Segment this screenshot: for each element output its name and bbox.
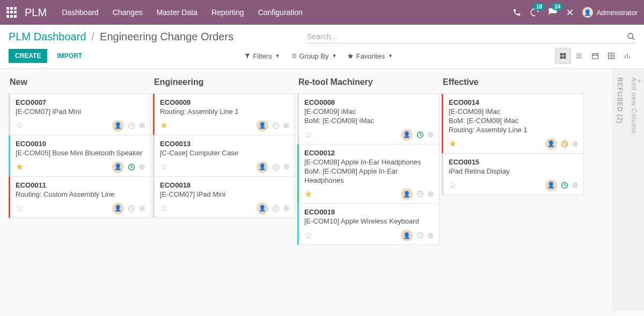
activity-clock-icon[interactable]	[272, 163, 280, 171]
assignee-avatar[interactable]: 👤	[545, 138, 557, 150]
kanban-card[interactable]: ECO0010[E-COM05] Bose Mini Bluetooth Spe…	[9, 135, 151, 177]
state-dot[interactable]	[428, 233, 434, 239]
kanban-card[interactable]: ECO0012[E-COM08] Apple In-Ear Headphones…	[297, 144, 440, 204]
activity-clock-icon[interactable]	[272, 204, 280, 213]
card-id: ECO0018	[160, 181, 289, 189]
state-dot[interactable]	[428, 191, 434, 197]
column-title[interactable]: Effective	[442, 75, 584, 94]
priority-star[interactable]: ☆	[160, 203, 168, 214]
state-dot[interactable]	[572, 182, 578, 188]
breadcrumb-root[interactable]: PLM Dashboard	[9, 31, 86, 43]
state-dot[interactable]	[283, 205, 289, 211]
view-calendar[interactable]	[587, 48, 603, 64]
kanban-card[interactable]: ECO0019[E-COM10] Apple Wireless Keyboard…	[297, 203, 440, 245]
state-dot[interactable]	[572, 141, 578, 147]
messages-icon[interactable]: 18	[530, 8, 539, 17]
svg-rect-1	[560, 53, 563, 56]
search-icon[interactable]	[627, 32, 635, 41]
create-button[interactable]: CREATE	[9, 49, 47, 63]
kanban-column: Re-tool MachineryECO0008[E-COM09] iMacBo…	[297, 75, 440, 311]
column-title[interactable]: Re-tool Machinery	[297, 75, 440, 94]
activity-clock-icon[interactable]	[416, 131, 425, 139]
kanban-card[interactable]: ECO0009Routing: Assembly Line 1 ★ 👤	[153, 94, 295, 135]
search-input[interactable]	[307, 30, 627, 43]
card-id: ECO0015	[449, 158, 578, 166]
activity-clock-icon[interactable]	[416, 190, 425, 198]
assignee-avatar[interactable]: 👤	[257, 161, 268, 173]
discuss-icon[interactable]: 24	[548, 8, 558, 17]
nav-reporting[interactable]: Reporting	[211, 8, 244, 17]
nav-changes[interactable]: Changes	[113, 8, 143, 17]
card-line: [E-COM09] iMac	[449, 107, 578, 117]
view-list[interactable]	[571, 48, 587, 64]
user-avatar-icon: 👤	[582, 7, 593, 18]
kanban-card[interactable]: ECO0011Routing: Custom Assembly Line ☆ 👤	[9, 176, 151, 218]
nav-master-data[interactable]: Master Data	[157, 8, 197, 17]
priority-star[interactable]: ☆	[16, 203, 24, 214]
favorites-menu[interactable]: Favorites▼	[347, 52, 392, 60]
kanban-card[interactable]: ECO0008[E-COM09] iMacBoM: [E-COM09] iMac…	[297, 94, 440, 145]
state-dot[interactable]	[139, 205, 145, 211]
priority-star[interactable]: ★	[160, 120, 168, 131]
card-line: [E-COM07] iPad Mini	[16, 107, 145, 117]
activity-clock-icon[interactable]	[127, 163, 136, 171]
assignee-avatar[interactable]: 👤	[112, 120, 124, 132]
kanban-card[interactable]: ECO0013[C-Case] Computer Case ☆ 👤	[153, 135, 295, 177]
activity-clock-icon[interactable]	[272, 121, 280, 130]
activity-clock-icon[interactable]	[560, 181, 569, 190]
state-dot[interactable]	[139, 164, 145, 170]
add-column[interactable]: +Add new Column	[628, 69, 644, 311]
phone-icon[interactable]	[513, 8, 521, 17]
column-title[interactable]: New	[9, 75, 151, 94]
brand[interactable]: PLM	[25, 6, 47, 19]
assignee-avatar[interactable]: 👤	[401, 229, 413, 241]
close-icon[interactable]	[566, 9, 574, 16]
svg-rect-4	[564, 56, 566, 59]
priority-star[interactable]: ☆	[304, 230, 312, 241]
kanban-column: EngineeringECO0009Routing: Assembly Line…	[153, 75, 295, 311]
nav-dashboard[interactable]: Dashboard	[62, 8, 99, 17]
assignee-avatar[interactable]: 👤	[257, 120, 268, 132]
activity-clock-icon[interactable]	[127, 204, 136, 213]
nav-configuration[interactable]: Configuration	[258, 8, 303, 17]
topbar-right: 18 24 👤 Administrator	[513, 7, 638, 18]
priority-star[interactable]: ☆	[304, 129, 312, 140]
state-dot[interactable]	[283, 123, 289, 128]
priority-star[interactable]: ☆	[160, 161, 168, 173]
assignee-avatar[interactable]: 👤	[545, 179, 557, 191]
view-graph[interactable]	[619, 48, 635, 64]
user-menu[interactable]: 👤 Administrator	[582, 7, 638, 18]
messages-badge: 18	[533, 3, 545, 10]
activity-clock-icon[interactable]	[560, 140, 569, 148]
priority-star[interactable]: ★	[449, 138, 457, 149]
assignee-avatar[interactable]: 👤	[112, 203, 124, 214]
card-line: [E-COM05] Bose Mini Bluetooth Speaker	[16, 149, 145, 158]
state-dot[interactable]	[139, 123, 145, 128]
priority-star[interactable]: ☆	[449, 179, 457, 191]
refused-column-folded[interactable]: REFUSED (2)	[612, 69, 628, 311]
filters-menu[interactable]: Filters▼	[244, 52, 280, 60]
activity-clock-icon[interactable]	[416, 231, 425, 240]
kanban-card[interactable]: ECO0018[E-COM07] iPad Mini ☆ 👤	[153, 176, 295, 218]
column-title[interactable]: Engineering	[153, 75, 295, 94]
view-kanban[interactable]	[555, 48, 571, 64]
kanban-card[interactable]: ECO0007[E-COM07] iPad Mini ☆ 👤	[9, 94, 151, 135]
view-pivot[interactable]	[603, 48, 619, 64]
apps-icon[interactable]	[6, 7, 17, 18]
state-dot[interactable]	[283, 164, 289, 170]
assignee-avatar[interactable]: 👤	[257, 203, 268, 214]
assignee-avatar[interactable]: 👤	[401, 129, 413, 141]
priority-star[interactable]: ★	[304, 189, 312, 200]
control-panel: PLM Dashboard / Engineering Change Order…	[0, 25, 644, 69]
groupby-menu[interactable]: Group By▼	[291, 52, 337, 60]
assignee-avatar[interactable]: 👤	[112, 161, 124, 173]
kanban-card[interactable]: ECO0014[E-COM09] iMacBoM: [E-COM09] iMac…	[442, 94, 584, 154]
groupby-label: Group By	[299, 52, 329, 60]
priority-star[interactable]: ☆	[16, 120, 24, 131]
assignee-avatar[interactable]: 👤	[401, 188, 413, 200]
priority-star[interactable]: ★	[16, 161, 24, 173]
kanban-card[interactable]: ECO0015iPad Retina Display ☆ 👤	[442, 153, 584, 195]
state-dot[interactable]	[428, 132, 434, 138]
activity-clock-icon[interactable]	[127, 121, 136, 130]
import-link[interactable]: IMPORT	[57, 52, 82, 60]
